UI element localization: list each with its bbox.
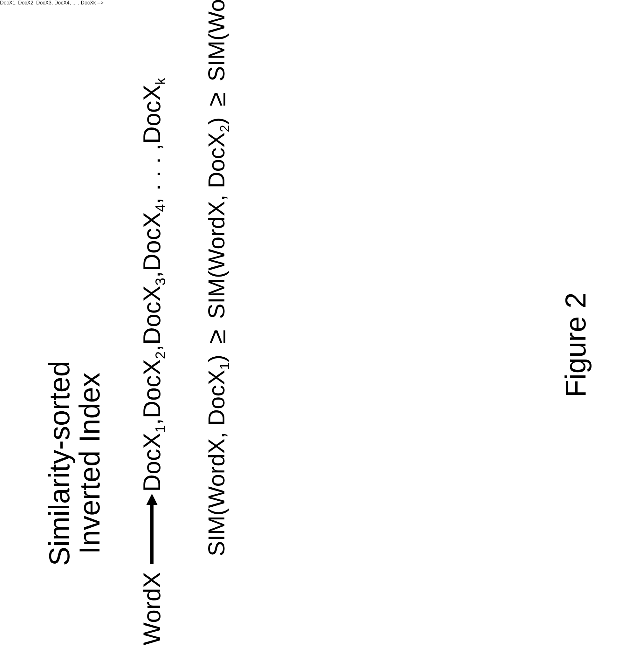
arrow-icon (142, 494, 161, 567)
sim-term-2: SIM(WordX, DocX2) (205, 117, 228, 319)
ge-icon: ≥ (203, 319, 230, 355)
diagram-title: Similarity-sorted Inverted Index (44, 361, 105, 566)
sim-term-3: SIM(WordX, DocX3) (205, 0, 228, 81)
title-line-2: Inverted Index (75, 373, 105, 554)
inverted-index-entry: WordX DocX1 , DocX2 , DocX3 , DocX4 , . … (140, 78, 164, 645)
doc-4: DocX4 (140, 204, 164, 271)
figure-caption: Figure 2 (559, 292, 592, 397)
doc-2: DocX2 (140, 351, 164, 418)
sim-ordering: SIM(WordX, DocX1) ≥ SIM(WordX, DocX2) ≥ … (203, 0, 230, 556)
diagram-canvas: Similarity-sorted Inverted Index DocX1, … (0, 0, 623, 672)
svg-marker-1 (146, 494, 158, 505)
title-line-1: Similarity-sorted (44, 361, 75, 566)
sim-term-1: SIM(WordX, DocX1) (205, 355, 228, 556)
doc-3: DocX3 (140, 278, 164, 345)
ge-icon: ≥ (203, 81, 230, 117)
doc-ellipsis: , . . . , (140, 144, 164, 204)
doc-1: DocX1 (140, 425, 164, 492)
doc-k: DocXk (140, 78, 164, 144)
index-word: WordX (140, 572, 164, 645)
